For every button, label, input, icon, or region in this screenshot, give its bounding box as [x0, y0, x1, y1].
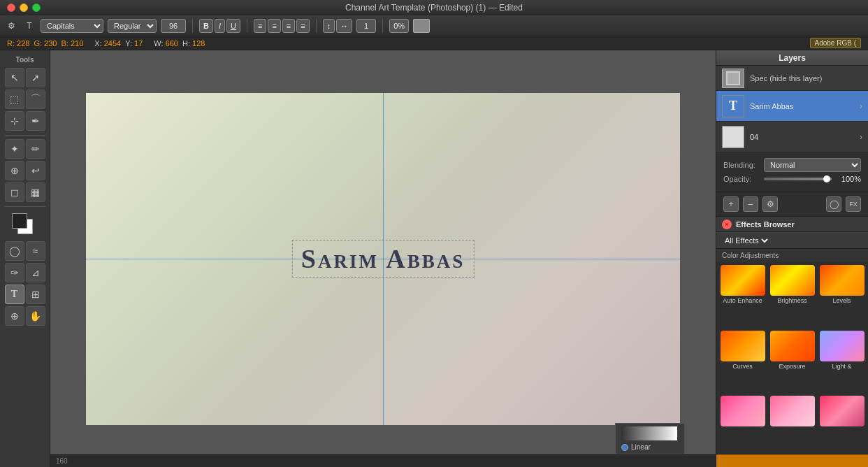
- levels-label: Levels: [832, 297, 851, 304]
- gradient-radio[interactable]: [621, 444, 628, 451]
- text-tool-indicator: T: [22, 19, 36, 33]
- gradient-preview: [621, 426, 677, 440]
- marquee-tool[interactable]: ⬚: [5, 89, 24, 109]
- layer-04-chevron: ›: [860, 132, 862, 142]
- settings-icon[interactable]: ⚙: [4, 19, 18, 33]
- light-label: Light &: [832, 363, 851, 370]
- tool-divider-1: [5, 135, 45, 136]
- align-center-button[interactable]: ≡: [268, 19, 280, 33]
- smudge-tool[interactable]: ≈: [26, 241, 45, 261]
- underline-button[interactable]: U: [226, 19, 240, 33]
- effect-brightness[interactable]: Brightness: [769, 265, 816, 328]
- effects-dropdown-row[interactable]: All Effects: [716, 232, 868, 249]
- type-tool[interactable]: T: [5, 285, 24, 304]
- curves-thumb: [721, 331, 765, 361]
- remove-layer-button[interactable]: –: [743, 196, 758, 212]
- layer-item-sarim[interactable]: T Sarim Abbas ›: [716, 91, 868, 122]
- text-color-box[interactable]: [413, 19, 430, 33]
- align-left-button[interactable]: ≡: [254, 19, 266, 33]
- auto-enhance-label: Auto Enhance: [723, 297, 762, 304]
- size-values: W: 660 H: 128: [154, 39, 205, 48]
- font-size-input[interactable]: 96: [161, 19, 186, 33]
- dodge-tool[interactable]: ◯: [5, 241, 24, 261]
- pen-tool[interactable]: ✑: [5, 263, 24, 282]
- brightness-label: Brightness: [777, 297, 807, 304]
- layer-settings-button[interactable]: ⚙: [762, 196, 778, 212]
- history-brush-tool[interactable]: ↩: [26, 161, 45, 180]
- bold-button[interactable]: B: [199, 19, 213, 33]
- close-button[interactable]: [7, 3, 15, 12]
- tool-row-2: ⬚ ⌒: [5, 89, 45, 109]
- effect-pink3[interactable]: [818, 396, 865, 452]
- layers-title: Layers: [779, 53, 806, 63]
- effect-levels[interactable]: Levels: [818, 265, 865, 328]
- zoom-tool[interactable]: ⊕: [5, 306, 24, 326]
- fx-button[interactable]: FX: [846, 196, 861, 212]
- canvas-area[interactable]: Sarim Abbas: [50, 50, 716, 467]
- arrow-tool[interactable]: ➚: [26, 68, 45, 87]
- effects-browser-title: Effects Browser: [736, 220, 795, 229]
- y-coord: Y: 17: [125, 39, 143, 48]
- blue-value: B: 210: [61, 39, 83, 48]
- effect-pink2[interactable]: [769, 396, 816, 452]
- text-metrics-buttons: ↕ ↔: [323, 19, 353, 33]
- font-family-select[interactable]: Capitals: [41, 19, 103, 33]
- opacity-slider-thumb: [823, 175, 830, 182]
- clone-tool[interactable]: ⊕: [5, 161, 24, 180]
- italic-button[interactable]: I: [215, 19, 225, 33]
- baseline-button[interactable]: ↔: [336, 19, 352, 33]
- move-tool[interactable]: ↖: [5, 68, 24, 87]
- spec-layer-row[interactable]: Spec (hide this layer): [716, 66, 868, 91]
- layer-item-04[interactable]: 04 ›: [716, 122, 868, 152]
- brush-tool[interactable]: ✏: [26, 139, 45, 159]
- tool-row-4: ✦ ✏: [5, 139, 45, 159]
- canvas[interactable]: Sarim Abbas: [86, 93, 680, 425]
- maximize-button[interactable]: [32, 3, 41, 12]
- eyedropper-tool[interactable]: ✒: [26, 111, 45, 131]
- leading-button[interactable]: ↕: [323, 19, 335, 33]
- layers-list: T Sarim Abbas › 04 ›: [716, 91, 868, 152]
- add-layer-button[interactable]: +: [723, 196, 739, 212]
- tools-panel: Tools ↖ ➚ ⬚ ⌒ ⊹ ✒ ✦ ✏ ⊕ ↩ ◻ ▦: [0, 50, 50, 467]
- hand-tool[interactable]: ✋: [26, 306, 45, 326]
- gradient-type-label: Linear: [631, 443, 651, 451]
- spot-heal-tool[interactable]: ✦: [5, 139, 24, 159]
- align-right-button[interactable]: ≡: [282, 19, 295, 33]
- blending-select[interactable]: Normal Multiply Screen: [764, 158, 861, 172]
- shape-tool[interactable]: ⊞: [26, 285, 45, 304]
- minimize-button[interactable]: [20, 3, 28, 12]
- font-style-select[interactable]: Regular: [108, 19, 157, 33]
- tool-row-6: ◻ ▦: [5, 182, 45, 202]
- position-values: X: 2454 Y: 17: [94, 39, 143, 48]
- crop-tool[interactable]: ⊹: [5, 111, 24, 131]
- effect-pink1[interactable]: [719, 396, 766, 452]
- effects-close-button[interactable]: ×: [722, 220, 732, 229]
- canvas-text-layer[interactable]: Sarim Abbas: [292, 240, 475, 278]
- fill-tool[interactable]: ▦: [26, 182, 45, 202]
- opacity-slider[interactable]: [764, 178, 832, 180]
- effects-category-select[interactable]: All Effects: [722, 236, 770, 245]
- spec-layer-thumb: [722, 69, 744, 88]
- mask-button[interactable]: ◯: [826, 196, 841, 212]
- tool-divider-2: [5, 206, 45, 207]
- align-justify-button[interactable]: ≡: [296, 19, 309, 33]
- opacity-row: Opacity: 100%: [723, 175, 861, 183]
- lasso-tool[interactable]: ⌒: [26, 89, 45, 109]
- panel-buttons: + – ⚙ ◯ FX: [716, 192, 868, 217]
- blending-label: Blending:: [723, 161, 760, 169]
- height-value: H: 128: [182, 39, 205, 48]
- effect-auto-enhance[interactable]: Auto Enhance: [719, 265, 766, 328]
- foreground-color-swatch[interactable]: [12, 213, 27, 229]
- effect-curves[interactable]: Curves: [719, 331, 766, 394]
- effect-light[interactable]: Light &: [818, 331, 865, 394]
- separator-3: [316, 19, 317, 33]
- color-swatches[interactable]: [12, 213, 38, 237]
- layer-sarim-name: Sarim Abbas: [750, 102, 854, 110]
- effect-exposure[interactable]: Exposure: [769, 331, 816, 394]
- path-select-tool[interactable]: ⊿: [26, 263, 45, 282]
- eraser-tool[interactable]: ◻: [5, 182, 24, 202]
- kerning-input[interactable]: [356, 19, 376, 33]
- toolbar: ⚙ T Capitals Regular 96 B I U ≡ ≡ ≡ ≡ ↕ …: [0, 15, 868, 36]
- exposure-label: Exposure: [779, 363, 805, 370]
- tool-row-9: T ⊞: [5, 285, 45, 304]
